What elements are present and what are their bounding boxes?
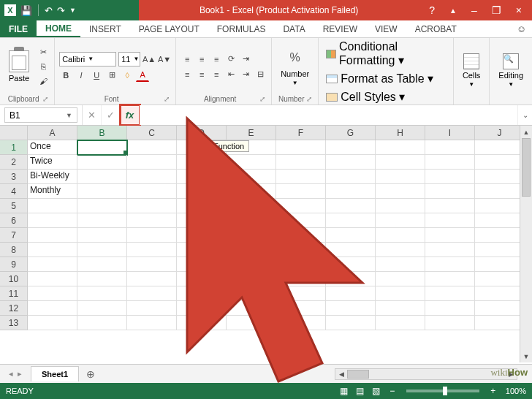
column-header-J[interactable]: J [475,126,525,140]
cell-C12[interactable] [127,301,177,316]
cell-G9[interactable] [326,257,376,272]
row-header-2[interactable]: 2 [0,155,28,170]
cell-I2[interactable] [425,155,475,170]
cell-I10[interactable] [425,272,475,286]
cell-E11[interactable] [227,286,276,301]
cell-F6[interactable] [276,213,326,228]
cell-J11[interactable] [475,286,525,301]
cell-J13[interactable] [475,316,525,330]
column-header-A[interactable]: A [28,126,77,140]
row-header-10[interactable]: 10 [0,272,28,286]
sheet-nav-next[interactable]: ▸ [16,369,23,379]
cell-G5[interactable] [326,199,376,213]
cell-J2[interactable] [475,155,525,170]
bold-button[interactable]: B [59,69,72,82]
cell-I5[interactable] [425,199,475,213]
align-middle-button[interactable]: ≡ [195,53,208,66]
row-header-7[interactable]: 7 [0,228,28,243]
cell-A1[interactable]: Once [28,140,77,155]
column-header-D[interactable]: D [177,126,227,140]
cell-E4[interactable] [227,184,276,199]
vertical-scroll-thumb[interactable] [522,138,531,197]
user-icon[interactable]: ☺ [517,23,526,34]
cell-D4[interactable] [177,184,227,199]
excel-icon[interactable]: X [4,4,16,16]
cut-button[interactable]: ✂ [37,46,50,58]
cell-G11[interactable] [326,286,376,301]
cell-G10[interactable] [326,272,376,286]
cell-C5[interactable] [127,199,177,213]
redo-icon[interactable]: ↷ [57,5,65,16]
cell-B7[interactable] [77,228,127,243]
align-bottom-button[interactable]: ≡ [210,53,223,66]
tab-formulas[interactable]: FORMULAS [208,20,275,37]
scroll-left-button[interactable]: ◀ [335,370,347,378]
cell-D3[interactable] [177,170,227,184]
cell-I4[interactable] [425,184,475,199]
cell-E8[interactable] [227,243,276,257]
cell-F12[interactable] [276,301,326,316]
cell-A11[interactable] [28,286,77,301]
cell-A9[interactable] [28,257,77,272]
cell-J8[interactable] [475,243,525,257]
cell-E2[interactable] [227,155,276,170]
clipboard-launcher[interactable]: ⤢ [42,95,48,103]
increase-font-button[interactable]: A▲ [142,53,156,66]
cell-H8[interactable] [376,243,425,257]
cell-I11[interactable] [425,286,475,301]
cell-I8[interactable] [425,243,475,257]
cell-C10[interactable] [127,272,177,286]
column-header-I[interactable]: I [425,126,475,140]
tab-data[interactable]: DATA [274,20,314,37]
cell-B3[interactable] [77,170,127,184]
cell-A2[interactable]: Twice [28,155,77,170]
cell-H11[interactable] [376,286,425,301]
row-header-8[interactable]: 8 [0,243,28,257]
cells-button[interactable]: Cells ▼ [458,50,484,91]
cell-F3[interactable] [276,170,326,184]
cell-I3[interactable] [425,170,475,184]
cell-F1[interactable] [276,140,326,155]
cell-B1[interactable] [77,140,127,155]
cell-G1[interactable] [326,140,376,155]
cell-G6[interactable] [326,213,376,228]
cell-E5[interactable] [227,199,276,213]
help-button[interactable]: ? [425,4,439,16]
row-header-9[interactable]: 9 [0,257,28,272]
cell-E6[interactable] [227,213,276,228]
tab-page-layout[interactable]: PAGE LAYOUT [130,20,208,37]
cell-D5[interactable] [177,199,227,213]
editing-button[interactable]: 🔍 Editing ▼ [494,50,528,91]
restore-button[interactable]: ❐ [487,4,506,16]
cell-G7[interactable] [326,228,376,243]
cell-D6[interactable] [177,213,227,228]
formula-expand-button[interactable]: ⌄ [517,105,532,125]
undo-icon[interactable]: ↶ [45,5,53,16]
cell-A7[interactable] [28,228,77,243]
cells-area[interactable]: OnceTwiceBi-WeeklyMonthly [28,140,532,330]
cell-F2[interactable] [276,155,326,170]
copy-button[interactable]: ⎘ [37,61,50,72]
cell-A10[interactable] [28,272,77,286]
cell-E13[interactable] [227,316,276,330]
scroll-up-button[interactable]: ▲ [520,126,532,138]
cell-H12[interactable] [376,301,425,316]
row-header-3[interactable]: 3 [0,170,28,184]
cell-C6[interactable] [127,213,177,228]
scroll-down-button[interactable]: ▼ [520,350,532,362]
font-size-combo[interactable]: 11▼ [118,52,140,66]
cell-I12[interactable] [425,301,475,316]
zoom-out-button[interactable]: − [384,386,400,396]
cell-E10[interactable] [227,272,276,286]
wrap-text-button[interactable]: ⇥ [239,53,252,66]
cell-I13[interactable] [425,316,475,330]
cell-D13[interactable] [177,316,227,330]
italic-button[interactable]: I [75,69,88,82]
cell-A6[interactable] [28,213,77,228]
name-box[interactable]: B1▼ [4,107,77,123]
select-all-corner[interactable] [0,126,28,140]
number-format-button[interactable]: % Number ▼ [276,45,314,89]
cell-A12[interactable] [28,301,77,316]
row-header-4[interactable]: 4 [0,184,28,199]
cell-G8[interactable] [326,243,376,257]
